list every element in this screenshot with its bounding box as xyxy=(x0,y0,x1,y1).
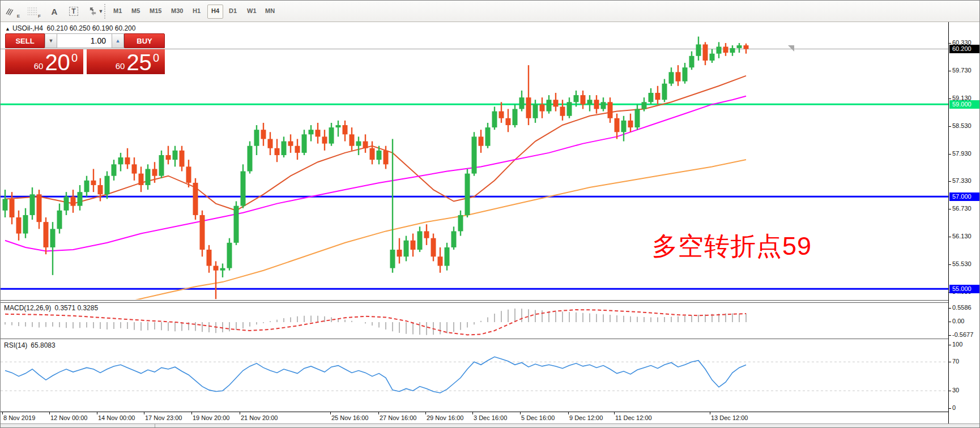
timeframe-button-h4[interactable]: H4 xyxy=(207,5,223,19)
macd-label: MACD(12,26,9)0.3571 0.3285 xyxy=(4,304,101,312)
timeframe-button-w1[interactable]: W1 xyxy=(244,5,260,18)
time-tick-label: 25 Nov 16:00 xyxy=(331,414,368,421)
time-tick-label: 29 Nov 16:00 xyxy=(427,414,463,421)
timeframe-button-h1[interactable]: H1 xyxy=(189,5,204,18)
time-tick xyxy=(330,412,331,414)
axis-tick xyxy=(949,43,951,44)
volume-increase-button[interactable]: ▲ xyxy=(112,33,124,48)
price-tick-label: 58.530 xyxy=(952,122,972,129)
timeframe-button-m5[interactable]: M5 xyxy=(128,5,143,18)
rsi-axis-label: 100 xyxy=(952,341,962,348)
bottom-strip-divider xyxy=(155,423,155,428)
price-tick-label: 56.730 xyxy=(952,205,972,212)
axis-tick xyxy=(949,362,951,362)
time-tick xyxy=(710,412,710,414)
text-box-icon[interactable]: T xyxy=(66,4,81,19)
price-tick-label: 55.530 xyxy=(952,260,972,267)
time-tick-label: 3 Dec 16:00 xyxy=(474,414,507,421)
time-tick-label: 21 Nov 20:00 xyxy=(241,414,278,421)
time-tick-label: 14 Nov 00:00 xyxy=(98,414,135,421)
dropdown-caret-icon: ▼ xyxy=(99,8,104,14)
price-tick-label: 57.930 xyxy=(952,150,972,157)
price-axis[interactable]: 60.33059.73059.13058.53057.93057.33056.7… xyxy=(948,22,980,423)
axis-tick xyxy=(949,237,951,237)
chart-header: ▲USOil-,H4 60.210 60.250 60.190 60.200 xyxy=(5,24,135,32)
axis-tick xyxy=(949,391,951,391)
macd-axis-label: 0.5586 xyxy=(952,304,972,311)
time-tick xyxy=(425,412,426,414)
rsi-chart xyxy=(1,340,948,412)
bottom-status-strip xyxy=(1,423,980,428)
time-tick xyxy=(49,412,50,414)
mt4-terminal-window: E F A T ▼ M1M5M15M30H1H4D1W1MN xyxy=(0,0,980,428)
price-tick-label: 57.330 xyxy=(952,177,972,184)
rsi-indicator-panel[interactable]: RSI(14)65.8083 xyxy=(1,340,948,412)
macd-indicator-panel[interactable]: MACD(12,26,9)0.3571 0.3285 xyxy=(1,302,948,339)
toolbar: E F A T ▼ M1M5M15M30H1H4D1W1MN xyxy=(1,1,980,22)
time-tick xyxy=(191,412,192,414)
ohlc-values: 60.210 60.250 60.190 60.200 xyxy=(47,24,136,32)
price-tick-label: 59.730 xyxy=(952,67,972,74)
time-tick-label: 12 Nov 00:00 xyxy=(50,414,87,421)
time-tick xyxy=(472,412,473,414)
current-price-badge: 60.200 xyxy=(949,45,980,53)
volume-input[interactable] xyxy=(57,33,112,48)
time-tick xyxy=(97,412,97,414)
time-tick-label: 5 Dec 16:00 xyxy=(521,414,555,421)
rsi-axis-label: 0 xyxy=(952,404,956,411)
text-label-icon[interactable]: A xyxy=(47,4,62,19)
time-tick-label: 11 Dec 12:00 xyxy=(615,414,652,421)
axis-tick xyxy=(949,209,951,209)
timeframe-button-m1[interactable]: M1 xyxy=(110,5,125,18)
grid-icon[interactable]: F xyxy=(27,4,41,19)
axis-tick xyxy=(949,154,951,155)
axis-tick xyxy=(949,322,951,322)
time-tick xyxy=(144,412,144,414)
indicators-icon[interactable]: E xyxy=(5,4,20,19)
time-tick xyxy=(2,412,3,414)
bid-quote-button[interactable]: 60 20 0 xyxy=(5,49,83,74)
time-tick xyxy=(378,412,379,414)
arrange-windows-icon[interactable]: ▼ xyxy=(86,4,105,19)
symbol-label: USOil-,H4 xyxy=(12,24,43,32)
level-price-badge: 55.000 xyxy=(949,285,980,293)
rsi-axis-label: 30 xyxy=(952,387,959,393)
timeframe-button-m15[interactable]: M15 xyxy=(146,5,165,18)
time-tick-label: 27 Nov 16:00 xyxy=(380,414,416,421)
timeframe-button-mn[interactable]: MN xyxy=(262,5,278,18)
time-tick xyxy=(614,412,615,414)
level-price-badge: 57.000 xyxy=(949,192,980,201)
axis-tick xyxy=(949,71,951,71)
ask-quote-button[interactable]: 60 25 0 xyxy=(87,49,165,74)
time-tick xyxy=(568,412,569,414)
rsi-axis-label: 70 xyxy=(952,358,959,365)
scroll-to-end-marker-icon[interactable] xyxy=(788,45,794,52)
macd-axis-label: -0.5677 xyxy=(952,331,973,338)
time-tick-label: 19 Nov 20:00 xyxy=(193,414,229,421)
chart-annotation-text: 多空转折点59 xyxy=(652,229,812,263)
level-price-badge: 59.000 xyxy=(949,100,980,109)
time-tick xyxy=(240,412,240,414)
time-axis[interactable]: 8 Nov 201912 Nov 00:0014 Nov 00:0017 Nov… xyxy=(1,412,948,423)
collapse-arrow-icon[interactable]: ▲ xyxy=(5,26,10,32)
price-tick-label: 56.130 xyxy=(952,233,972,239)
axis-tick xyxy=(949,345,951,345)
time-tick-label: 17 Nov 23:00 xyxy=(145,414,182,421)
axis-tick xyxy=(949,335,951,336)
timeframe-button-m30[interactable]: M30 xyxy=(168,5,186,18)
time-tick-label: 13 Dec 12:00 xyxy=(711,414,748,421)
volume-decrease-button[interactable]: ▼ xyxy=(45,33,57,48)
macd-chart xyxy=(1,303,948,339)
timeframe-button-d1[interactable]: D1 xyxy=(225,5,240,18)
time-tick-label: 9 Dec 12:00 xyxy=(569,414,603,421)
rsi-label: RSI(14)65.8083 xyxy=(4,341,59,349)
axis-tick xyxy=(949,408,951,409)
one-click-trading-panel: SELL ▼ ▲ BUY 60 20 0 60 25 0 xyxy=(5,33,165,74)
buy-button[interactable]: BUY xyxy=(124,33,165,48)
macd-axis-label: 0.00 xyxy=(952,318,964,324)
axis-tick xyxy=(949,264,951,265)
axis-tick xyxy=(949,181,951,182)
sell-button[interactable]: SELL xyxy=(5,33,45,48)
axis-tick xyxy=(949,99,951,99)
axis-tick xyxy=(949,308,951,309)
